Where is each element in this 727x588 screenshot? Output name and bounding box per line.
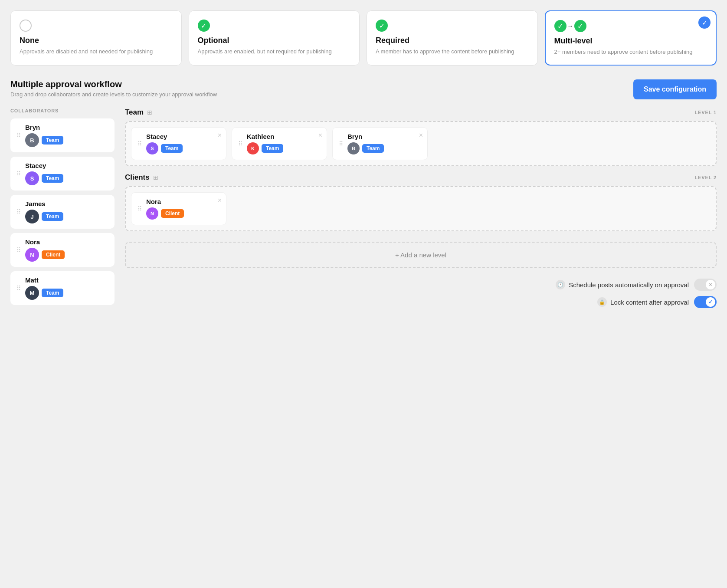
drag-handle-approver-nora: ⠿ [138,205,142,212]
multilevel-title: Multi-level [554,36,707,46]
level-2-edit-icon[interactable]: ⊞ [153,174,158,181]
avatar-nora: N [25,248,39,262]
tag-approver-bryn: Team [362,144,384,153]
close-nora-button[interactable]: × [218,197,222,204]
collab-nora-name: Nora [25,238,65,246]
drag-handle-approver-kathleen: ⠿ [238,140,242,147]
save-config-button[interactable]: Save configuration [633,79,717,99]
optional-icon: ✓ [198,20,351,32]
optional-desc: Approvals are enabled, but not required … [198,48,351,56]
approver-bryn-name: Bryn [347,133,384,140]
tag-matt: Team [42,289,63,297]
lock-toggle-switch[interactable]: ✓ [694,296,717,308]
approver-nora-info: Nora N Client [146,198,184,220]
schedule-toggle-knob: × [706,280,715,289]
drag-handle-bryn: ⠿ [16,132,21,139]
schedule-toggle-label: 🕐 Schedule posts automatically on approv… [556,280,689,289]
tag-stacey: Team [42,174,63,183]
collab-james-info: James J Team [25,200,63,223]
clock-icon: 🕐 [556,280,565,289]
collab-matt-name: Matt [25,276,63,284]
level-1-name: Team [125,108,144,117]
schedule-label-text: Schedule posts automatically on approval [569,281,689,289]
approver-kathleen-info: Kathleen K Team [247,133,283,154]
level-1-badge: LEVEL 1 [694,110,717,115]
tag-james: Team [42,212,63,221]
drag-handle-stacey: ⠿ [16,170,21,177]
collab-james-name: James [25,200,63,207]
drag-handle-approver-stacey: ⠿ [138,140,142,147]
required-icon: ✓ [376,20,529,32]
avatar-approver-nora: N [146,207,158,220]
levels-panel: Team ⊞ LEVEL 1 ⠿ Stacey S Team × [125,108,717,309]
drag-handle-nora: ⠿ [16,246,21,253]
approver-stacey-info: Stacey S Team [146,133,183,154]
multilevel-icon: ✓ → ✓ [554,20,707,32]
level-2-header: Clients ⊞ LEVEL 2 [125,173,717,182]
approver-card-nora: ⠿ Nora N Client × [131,192,226,225]
workflow-info: Multiple approval workflow Drag and drop… [10,79,217,98]
collaborator-bryn[interactable]: ⠿ Bryn B Team [10,118,115,152]
collab-matt-info: Matt M Team [25,276,63,300]
optional-title: Optional [198,36,351,45]
required-desc: A member has to approve the content befo… [376,48,529,56]
workflow-header: Multiple approval workflow Drag and drop… [10,79,717,99]
level-1-drop-zone: ⠿ Stacey S Team × ⠿ Kathleen [125,121,717,166]
required-title: Required [376,36,529,45]
level-2-section: Clients ⊞ LEVEL 2 ⠿ Nora N Client [125,173,717,231]
collab-bryn-info: Bryn B Team [25,124,63,147]
tag-approver-kathleen: Team [262,144,283,153]
level-2-badge: LEVEL 2 [694,175,717,180]
approver-card-bryn: ⠿ Bryn B Team × [332,127,428,160]
collaborator-stacey[interactable]: ⠿ Stacey S Team [10,157,115,191]
lock-icon: 🔒 [597,297,607,307]
approval-card-required[interactable]: ✓ Required A member has to approve the c… [367,10,538,66]
schedule-toggle-switch[interactable]: × [694,279,717,291]
level-1-section: Team ⊞ LEVEL 1 ⠿ Stacey S Team × [125,108,717,166]
bottom-section: 🕐 Schedule posts automatically on approv… [125,279,717,308]
lock-label-text: Lock content after approval [610,299,689,306]
collab-nora-info: Nora N Client [25,238,65,262]
approval-card-optional[interactable]: ✓ Optional Approvals are enabled, but no… [189,10,360,66]
lock-toggle-knob: ✓ [706,297,715,307]
approver-kathleen-name: Kathleen [247,133,283,140]
avatar-bryn: B [25,133,39,147]
collab-stacey-info: Stacey S Team [25,162,63,185]
collab-stacey-name: Stacey [25,162,63,169]
collaborator-matt[interactable]: ⠿ Matt M Team [10,271,115,305]
approval-card-multilevel[interactable]: ✓ ✓ → ✓ Multi-level 2+ members need to a… [545,10,717,66]
level-1-edit-icon[interactable]: ⊞ [147,109,152,116]
drag-handle-approver-bryn: ⠿ [339,140,343,147]
approver-bryn-info: Bryn B Team [347,133,384,154]
drag-handle-james: ⠿ [16,208,21,215]
schedule-toggle-row: 🕐 Schedule posts automatically on approv… [556,279,717,291]
approver-nora-name: Nora [146,198,184,205]
add-level-button[interactable]: + Add a new level [125,242,717,268]
main-layout: COLLABORATORS ⠿ Bryn B Team ⠿ Stacey S T… [10,108,717,309]
avatar-matt: M [25,286,39,300]
lock-toggle-label: 🔒 Lock content after approval [597,297,689,307]
close-bryn-button[interactable]: × [419,132,423,139]
level-2-name-row: Clients ⊞ [125,173,158,182]
approver-card-kathleen: ⠿ Kathleen K Team × [232,127,327,160]
avatar-approver-stacey: S [146,142,158,154]
level-2-name: Clients [125,173,150,182]
workflow-desc: Drag and drop collaborators and create l… [10,91,217,98]
approval-type-cards: None Approvals are disabled and not need… [10,10,717,66]
close-kathleen-button[interactable]: × [318,132,322,139]
approver-card-stacey: ⠿ Stacey S Team × [131,127,226,160]
close-stacey-button[interactable]: × [218,132,222,139]
none-title: None [20,36,173,45]
collab-bryn-name: Bryn [25,124,63,131]
level-1-name-row: Team ⊞ [125,108,152,117]
none-icon [20,20,173,32]
level-2-drop-zone: ⠿ Nora N Client × [125,186,717,231]
collaborator-nora[interactable]: ⠿ Nora N Client [10,233,115,267]
lock-toggle-row: 🔒 Lock content after approval ✓ [597,296,717,308]
tag-bryn: Team [42,136,63,145]
collaborators-label: COLLABORATORS [10,108,115,113]
approval-card-none[interactable]: None Approvals are disabled and not need… [10,10,182,66]
collaborator-james[interactable]: ⠿ James J Team [10,195,115,229]
avatar-james: J [25,210,39,223]
level-1-header: Team ⊞ LEVEL 1 [125,108,717,117]
